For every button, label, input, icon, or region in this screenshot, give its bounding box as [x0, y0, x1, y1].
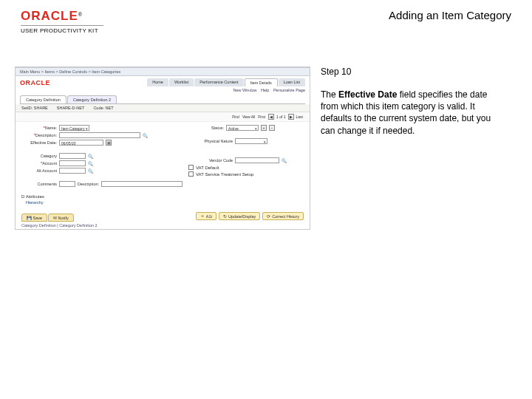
top-tabs: Home Worklist Performance Content Item D…	[147, 78, 305, 86]
search-icon-4[interactable]: 🔍	[88, 168, 93, 174]
toolbar-last[interactable]: Last	[296, 115, 303, 119]
embedded-screenshot: Main Menu > Items > Define Controls > It…	[15, 66, 310, 230]
link-personalize[interactable]: Personalize Page	[273, 88, 305, 92]
refresh-icon: ↻	[223, 214, 227, 219]
info-row: SetID: SHARE SHARE-D-NET Code: NET	[16, 104, 310, 112]
search-icon[interactable]: 🔍	[143, 133, 148, 138]
label-status: Status:	[188, 126, 224, 130]
footer-breadcrumb: Category Definition | Category Definitio…	[16, 222, 310, 229]
correct-history-button[interactable]: ⟳Correct History	[262, 212, 304, 220]
label-description: Description:	[21, 133, 57, 137]
name-select[interactable]: Item Category▾	[59, 125, 89, 131]
tab-home[interactable]: Home	[147, 78, 168, 86]
save-button[interactable]: 💾 Save	[21, 214, 47, 222]
desc2-input[interactable]	[101, 181, 183, 187]
tab-item-details[interactable]: Item Details	[245, 78, 278, 86]
prev-icon[interactable]: ◀	[268, 114, 274, 120]
step-label: Step 10	[321, 66, 502, 77]
add-button[interactable]: ＋A1t	[196, 212, 216, 220]
update-display-button[interactable]: ↻Update/Display	[219, 212, 260, 220]
toolbar-first[interactable]: First	[258, 115, 265, 119]
save-icon: 💾	[27, 216, 32, 220]
tab-loan-list[interactable]: Loan List	[279, 78, 305, 86]
label-vat-default: VAT Default	[196, 166, 219, 170]
link-new-window[interactable]: New Window	[233, 88, 256, 92]
search-icon-5[interactable]: 🔍	[282, 158, 287, 163]
tab-performance[interactable]: Performance Content	[194, 78, 243, 86]
add-row-icon[interactable]: +	[261, 125, 267, 131]
subtab-category-definition-2[interactable]: Category Definition 2	[67, 95, 117, 103]
toolbar-view-all[interactable]: View All	[242, 115, 255, 119]
status-select[interactable]: Active▾	[226, 125, 259, 131]
label-name: Name:	[21, 126, 57, 130]
chevron-down-icon-3: ▾	[264, 139, 266, 145]
oracle-logo: ORACLE®	[21, 9, 103, 24]
plus-icon: ＋	[200, 214, 205, 219]
next-icon[interactable]: ▶	[288, 114, 294, 120]
physical-nature-select[interactable]: ▾	[235, 138, 267, 144]
label-vat-service: VAT Service Treatment Setup	[196, 172, 253, 177]
account-input[interactable]	[59, 160, 86, 166]
upk-logo-block: ORACLE® USER PRODUCTIVITY KIT	[21, 9, 103, 34]
effective-date-input[interactable]: 06/05/20	[59, 140, 103, 146]
label-vendor-code: Vendor Code	[188, 158, 233, 163]
calendar-icon[interactable]: ▦	[106, 140, 112, 146]
tab-worklist[interactable]: Worklist	[169, 78, 194, 86]
vat-service-checkbox[interactable]	[188, 171, 194, 177]
chevron-down-icon-2: ▾	[255, 126, 257, 132]
label-account: Account	[21, 161, 57, 166]
hierarchy-link[interactable]: Hierarchy	[21, 199, 304, 209]
link-help[interactable]: Help	[261, 88, 269, 92]
label-desc2: Description:	[78, 182, 99, 186]
chevron-down-icon: ▾	[86, 126, 88, 132]
comments-input[interactable]	[59, 181, 75, 187]
alt-account-input[interactable]	[59, 168, 86, 174]
notify-icon: ✉	[53, 216, 57, 220]
record-toolbar: Find View All First ◀ 1 of 1 ▶ Last	[16, 112, 310, 122]
app-utility-links: New Window Help Personalize Page	[16, 86, 310, 94]
search-icon-2[interactable]: 🔍	[88, 154, 93, 159]
upk-subtitle: USER PRODUCTIVITY KIT	[21, 27, 103, 34]
vat-default-checkbox[interactable]	[188, 165, 194, 170]
label-category: Category	[21, 154, 57, 158]
toolbar-find[interactable]: Find	[232, 115, 239, 119]
notify-button[interactable]: ✉ Notify	[48, 214, 74, 222]
page-title: Adding an Item Category	[389, 9, 511, 21]
step-description: The Effective Date field specifies the d…	[321, 89, 502, 137]
subtab-category-definition[interactable]: Category Definition	[20, 95, 66, 103]
logo-rule	[21, 25, 103, 26]
label-eff-date: Effective Date:	[21, 140, 57, 145]
label-physical-nature: Physical Nature	[188, 139, 233, 143]
delete-row-icon[interactable]: −	[269, 125, 275, 131]
app-logo: ORACLE	[20, 79, 50, 86]
toolbar-counter: 1 of 1	[276, 115, 286, 119]
vendor-code-input[interactable]	[235, 157, 279, 163]
label-comments: Comments	[21, 182, 57, 186]
category-input[interactable]	[59, 153, 86, 159]
label-alt-account: Alt Account	[21, 168, 57, 173]
app-breadcrumb: Main Menu > Items > Define Controls > It…	[16, 67, 310, 76]
description-input[interactable]	[59, 132, 140, 138]
search-icon-3[interactable]: 🔍	[88, 161, 93, 166]
history-icon: ⟳	[267, 214, 270, 219]
